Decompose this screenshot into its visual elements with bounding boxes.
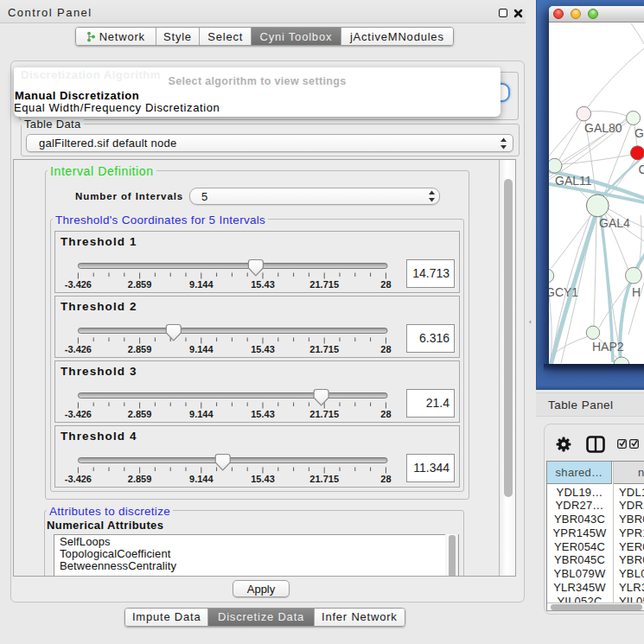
svg-text:28: 28: [380, 474, 391, 484]
svg-text:2.859: 2.859: [128, 279, 152, 290]
svg-text:C: C: [639, 163, 644, 176]
svg-text:21.715: 21.715: [309, 474, 339, 484]
svg-text:21.715: 21.715: [309, 279, 339, 290]
svg-text:-3.426: -3.426: [65, 474, 92, 484]
svg-text:21.715: 21.715: [309, 409, 339, 419]
svg-text:28: 28: [380, 409, 391, 419]
svg-text:GCY1: GCY1: [549, 285, 578, 299]
svg-text:15.43: 15.43: [251, 344, 275, 354]
svg-text:2.859: 2.859: [128, 474, 152, 484]
svg-text:9.144: 9.144: [189, 344, 214, 354]
svg-text:GAL80: GAL80: [584, 121, 622, 135]
svg-text:21.715: 21.715: [309, 344, 339, 354]
svg-text:9.144: 9.144: [189, 474, 214, 484]
svg-text:G.: G.: [634, 126, 644, 140]
svg-text:GAL4: GAL4: [599, 216, 630, 230]
svg-text:28: 28: [380, 279, 391, 290]
svg-text:15.43: 15.43: [251, 474, 275, 484]
svg-text:2.859: 2.859: [128, 409, 152, 419]
svg-text:9.144: 9.144: [189, 409, 214, 419]
svg-text:HAP2: HAP2: [592, 340, 624, 354]
svg-text:15.43: 15.43: [251, 279, 275, 290]
svg-text:GAL11: GAL11: [555, 174, 592, 188]
svg-text:15.43: 15.43: [251, 409, 275, 419]
svg-text:9.144: 9.144: [189, 279, 214, 290]
svg-text:-3.426: -3.426: [65, 344, 92, 354]
svg-text:28: 28: [380, 344, 391, 354]
svg-text:H: H: [632, 285, 641, 299]
svg-text:-3.426: -3.426: [65, 409, 92, 419]
svg-text:-3.426: -3.426: [65, 279, 92, 290]
svg-text:2.859: 2.859: [128, 344, 152, 354]
